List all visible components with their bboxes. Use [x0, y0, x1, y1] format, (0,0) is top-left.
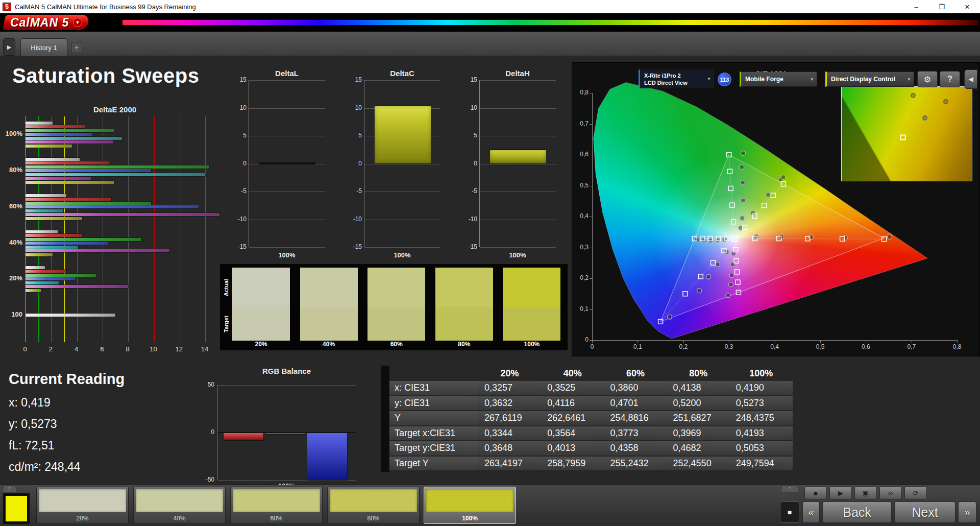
deltae-gridline: [77, 116, 78, 342]
patch-tile-label: 60%: [231, 515, 322, 522]
target-row-label: Target: [222, 307, 230, 341]
table-cell: 0,3860: [604, 381, 667, 396]
cie-y-axis: [592, 93, 593, 341]
pattern-icon: ▣: [863, 489, 869, 497]
pattern-window-button[interactable]: ■: [780, 501, 799, 523]
deltae-panel: DeltaE 2000 02468101214100%80%60%40%20%1…: [0, 102, 219, 357]
meter-line2: LCD Direct View: [644, 79, 704, 86]
continuous-read-button[interactable]: ∞: [879, 486, 902, 499]
deltae-bar: [26, 137, 122, 140]
play-icon: ▶: [838, 489, 843, 497]
cie-y-tick: [590, 278, 592, 279]
rgb-y-tick-label: 50: [197, 381, 214, 388]
help-button[interactable]: ?: [940, 71, 960, 87]
patch-tile-40%[interactable]: 40%: [133, 487, 226, 524]
deltae-bar: [26, 202, 151, 205]
previous-step-button[interactable]: «: [802, 501, 820, 523]
cie-y-tick: [590, 93, 592, 93]
expand-arrow-icon: ▶: [7, 44, 11, 51]
calman-logo-text: CalMAN 5: [10, 16, 69, 30]
meter-count-badge: 113: [718, 73, 731, 86]
cie-y-tick: [590, 155, 592, 155]
add-tab-button[interactable]: +: [71, 42, 82, 53]
cie-y-tick-label: 0,1: [573, 305, 589, 313]
table-cell: 0,5053: [730, 441, 793, 457]
patch-tile-60%[interactable]: 60%: [230, 487, 323, 524]
rainbow-strip: [122, 20, 978, 25]
patch-swatch: [136, 489, 223, 512]
settings-button[interactable]: ⚙: [917, 71, 938, 87]
delta-y-tick-label: -10: [467, 216, 477, 223]
delta-chart-deltah: DeltaH151050-5-10-15100%: [467, 69, 582, 263]
table-column-header: 100%: [730, 366, 793, 381]
table-cell: 0,3525: [541, 381, 604, 396]
delta-value-bar: [375, 105, 431, 164]
pattern-button[interactable]: ▣: [854, 486, 877, 499]
collapse-transport-button[interactable]: ⌃: [781, 486, 798, 492]
cie-x-tick-label: 0,6: [854, 343, 877, 350]
deltae-reference-line: [64, 116, 65, 342]
collapse-panel-button[interactable]: ◀: [964, 69, 977, 89]
rgb-gridline: [217, 385, 356, 386]
table-cell: 267,6119: [478, 411, 541, 426]
calman-logo-menu[interactable]: CalMAN 5 ▼: [3, 15, 90, 30]
display-control-dropdown[interactable]: Direct Display Control ▼: [825, 71, 914, 87]
next-button[interactable]: Next: [894, 501, 955, 523]
delta-gridline: [480, 164, 556, 164]
deltae-gridline: [180, 116, 180, 342]
deltae-bar: [26, 217, 82, 220]
data-table-grid: 20%40%60%80%100%x: CIE310,32570,35250,38…: [381, 366, 793, 471]
back-button[interactable]: Back: [822, 501, 892, 523]
play-button[interactable]: ▶: [829, 486, 852, 499]
tab-history-1[interactable]: History 1: [20, 38, 67, 56]
delta-x-label: 100%: [249, 251, 325, 259]
delta-gridline: [364, 164, 440, 164]
expand-patch-list-button[interactable]: ⌃: [2, 486, 16, 492]
delta-x-label: 100%: [479, 251, 556, 259]
patch-tile-80%[interactable]: 80%: [327, 487, 420, 524]
refresh-button[interactable]: ⟳: [904, 486, 927, 499]
deltae-bar: [26, 238, 141, 241]
minimize-button[interactable]: –: [903, 0, 929, 13]
patch-tile-100%[interactable]: 100%: [424, 487, 516, 524]
cie-y-tick-label: 0,7: [573, 120, 589, 127]
deltae-bar: [26, 213, 219, 216]
cie-x-tick: [820, 340, 821, 343]
table-cell: 0,5273: [730, 396, 793, 412]
stop-button[interactable]: ■: [804, 486, 827, 499]
deltae-bar: [26, 234, 82, 237]
cie-x-tick: [683, 340, 684, 343]
swatch-label: 40%: [300, 341, 358, 348]
patch-tile-20%[interactable]: 20%: [36, 487, 129, 524]
double-chevron-right-icon: »: [964, 507, 970, 518]
meter-dropdown[interactable]: X-Rite i1Pro 2 LCD Direct View ▼: [639, 69, 714, 88]
delta-gridline: [480, 192, 556, 192]
cie-y-tick-label: 0,6: [573, 151, 589, 158]
deltae-reference-line: [38, 116, 39, 342]
deltae-bar: [26, 133, 92, 136]
reading-line: x: 0,419: [9, 396, 167, 417]
maximize-button[interactable]: ❐: [929, 0, 954, 13]
deltae-bar: [26, 125, 85, 128]
deltae-bar: [26, 242, 108, 245]
actual-row-label: Actual: [222, 268, 230, 307]
cie-y-tick: [590, 124, 592, 125]
refresh-icon: ⟳: [913, 489, 919, 497]
cie-y-tick: [590, 248, 592, 248]
infinity-icon: ∞: [888, 489, 893, 497]
delta-y-tick-label: -15: [236, 243, 247, 250]
delta-gridline: [364, 80, 440, 81]
panel-expand-button[interactable]: ▶: [3, 38, 15, 56]
deltae-x-tick-label: 0: [17, 345, 33, 353]
deltae-bar: [26, 198, 111, 201]
table-cell: 0,3257: [478, 381, 541, 396]
rgb-bar-red: [224, 433, 263, 440]
deltae-y-label: 40%: [0, 238, 22, 246]
skip-forward-button[interactable]: »: [958, 501, 976, 523]
source-dropdown[interactable]: Mobile Forge ▼: [740, 71, 817, 87]
swatch-label: 80%: [435, 341, 493, 348]
close-button[interactable]: ✕: [954, 0, 980, 13]
cie-y-tick-label: 0,8: [573, 89, 589, 96]
rgb-box: [217, 385, 356, 480]
cie-y-tick-label: 0: [573, 336, 589, 343]
